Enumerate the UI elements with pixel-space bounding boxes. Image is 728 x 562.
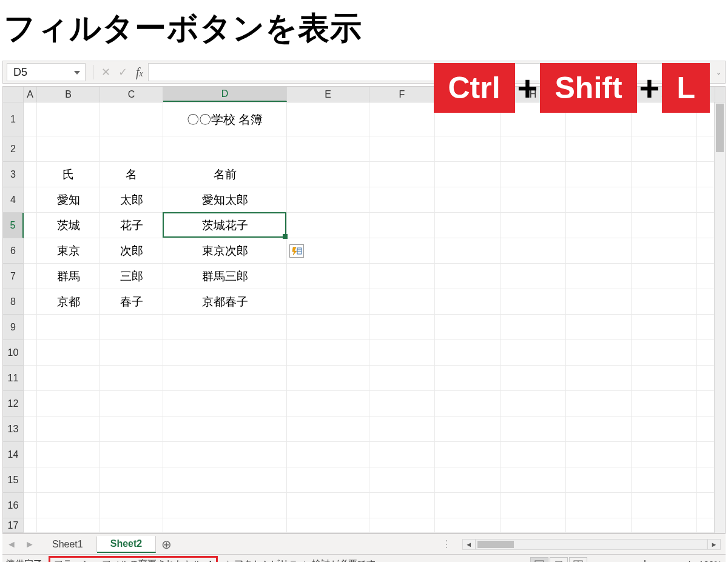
cell[interactable]	[24, 340, 37, 366]
cell[interactable]	[435, 238, 500, 264]
cell[interactable]	[37, 340, 100, 366]
row-header-7[interactable]: 7	[3, 264, 24, 289]
cell[interactable]	[24, 238, 37, 264]
cell[interactable]	[24, 162, 37, 187]
expand-formula-icon[interactable]: ⌄	[712, 69, 725, 76]
cell[interactable]	[24, 187, 37, 213]
row-header-1[interactable]: 1	[3, 102, 24, 136]
row-header-5[interactable]: 5	[3, 213, 24, 238]
spreadsheet-grid[interactable]: ABCDEFGHIJK 1234567891011121314151617 〇〇…	[2, 86, 726, 534]
cell[interactable]	[697, 391, 715, 416]
cell-B3[interactable]: 氏	[37, 162, 100, 187]
row-header-9[interactable]: 9	[3, 315, 24, 340]
cell[interactable]	[287, 136, 369, 162]
cell[interactable]	[100, 391, 163, 416]
cell[interactable]	[435, 416, 500, 442]
cell[interactable]	[697, 162, 715, 187]
cell[interactable]	[632, 518, 697, 533]
cell[interactable]	[37, 518, 100, 533]
cell[interactable]	[163, 136, 287, 162]
row-header-4[interactable]: 4	[3, 187, 24, 213]
cell[interactable]	[287, 289, 369, 315]
cell[interactable]	[435, 187, 500, 213]
cell[interactable]	[632, 391, 697, 416]
cell[interactable]	[632, 340, 697, 366]
cell[interactable]	[697, 238, 715, 264]
cell[interactable]	[632, 238, 697, 264]
cell[interactable]	[500, 136, 566, 162]
cell[interactable]	[566, 238, 632, 264]
cell-C6[interactable]: 次郎	[100, 238, 163, 264]
cell-D7[interactable]: 群馬三郎	[163, 264, 287, 289]
cell[interactable]	[435, 493, 500, 518]
row-header-15[interactable]: 15	[3, 467, 24, 493]
cell[interactable]	[100, 340, 163, 366]
cell[interactable]	[24, 366, 37, 391]
tab-split-handle[interactable]: ⋮	[442, 538, 451, 550]
cell-D6[interactable]: 東京次郎	[163, 238, 287, 264]
cell[interactable]	[697, 340, 715, 366]
cell[interactable]	[697, 493, 715, 518]
cell-B5[interactable]: 茨城	[37, 213, 100, 238]
cell[interactable]	[697, 315, 715, 340]
cell[interactable]	[369, 493, 435, 518]
horizontal-scrollbar[interactable]	[476, 539, 707, 550]
cell-C4[interactable]: 太郎	[100, 187, 163, 213]
cell[interactable]	[24, 518, 37, 533]
cell-C5[interactable]: 花子	[100, 213, 163, 238]
cell[interactable]	[37, 102, 100, 136]
sheet-tab-2[interactable]: Sheet2	[97, 536, 156, 553]
cell[interactable]	[369, 416, 435, 442]
cell[interactable]	[369, 315, 435, 340]
enter-icon[interactable]: ✓	[114, 64, 131, 81]
cell-C8[interactable]: 春子	[100, 289, 163, 315]
cell[interactable]	[500, 187, 566, 213]
cell[interactable]	[632, 493, 697, 518]
row-header-8[interactable]: 8	[3, 289, 24, 315]
cell[interactable]	[163, 442, 287, 467]
cell[interactable]	[369, 289, 435, 315]
cell[interactable]	[435, 213, 500, 238]
cell[interactable]	[24, 493, 37, 518]
cell[interactable]	[566, 416, 632, 442]
cell[interactable]	[287, 340, 369, 366]
cell[interactable]	[435, 442, 500, 467]
cell[interactable]	[100, 518, 163, 533]
row-header-12[interactable]: 12	[3, 391, 24, 416]
cell[interactable]	[37, 366, 100, 391]
cell[interactable]	[37, 442, 100, 467]
cell[interactable]	[37, 493, 100, 518]
cell[interactable]	[163, 315, 287, 340]
cell[interactable]	[697, 416, 715, 442]
cell[interactable]	[287, 366, 369, 391]
cell[interactable]	[24, 289, 37, 315]
cell[interactable]	[500, 493, 566, 518]
cell[interactable]	[100, 442, 163, 467]
cell[interactable]	[697, 467, 715, 493]
view-page-break-icon[interactable]	[569, 557, 587, 563]
cell[interactable]	[500, 162, 566, 187]
cell[interactable]	[287, 442, 369, 467]
cell[interactable]	[435, 340, 500, 366]
cell[interactable]	[500, 366, 566, 391]
cell[interactable]	[697, 289, 715, 315]
cell[interactable]	[369, 162, 435, 187]
cell[interactable]	[500, 213, 566, 238]
cell-D8[interactable]: 京都春子	[163, 289, 287, 315]
flash-fill-options-icon[interactable]	[289, 244, 304, 258]
add-sheet-icon[interactable]: ⊕	[156, 537, 177, 552]
row-header-16[interactable]: 16	[3, 493, 24, 518]
row-header-10[interactable]: 10	[3, 340, 24, 366]
cell[interactable]	[566, 518, 632, 533]
cell[interactable]	[566, 264, 632, 289]
cell[interactable]	[566, 187, 632, 213]
status-accessibility[interactable]: ✦ アクセシビリティ: 検討が必要です	[224, 558, 376, 562]
cell[interactable]	[24, 213, 37, 238]
cell[interactable]	[369, 340, 435, 366]
cell[interactable]	[632, 213, 697, 238]
cell[interactable]	[697, 518, 715, 533]
cell[interactable]	[566, 289, 632, 315]
cell[interactable]	[697, 442, 715, 467]
row-header-2[interactable]: 2	[3, 136, 24, 162]
cell[interactable]	[435, 162, 500, 187]
